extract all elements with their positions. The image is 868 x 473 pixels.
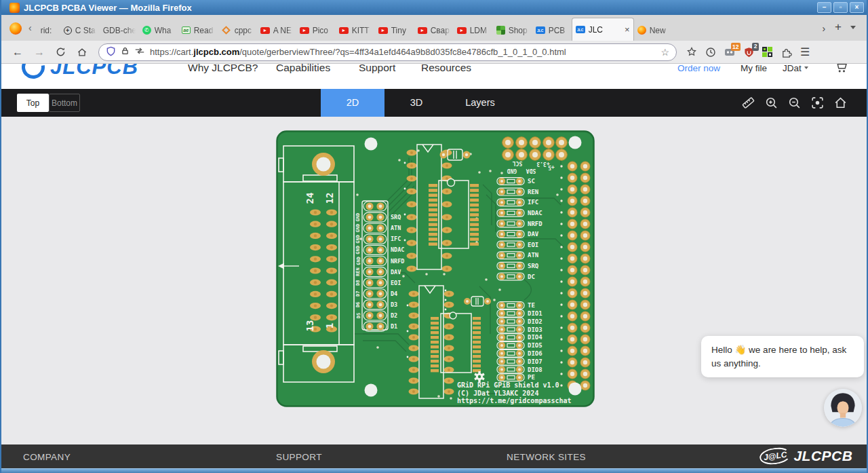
tab-label: A NE [273,26,293,35]
svg-text:D3: D3 [391,301,397,308]
window-title: JLCPCB PCBA Viewer — Mozilla Firefox [24,3,815,13]
zoom-out-icon[interactable] [787,96,802,110]
scroll-tabs-right-button[interactable]: › [822,23,825,34]
home-view-icon[interactable] [833,96,848,110]
permissions-icon[interactable] [134,47,145,57]
home-button[interactable] [77,47,87,58]
nav-resources[interactable]: Resources [421,64,471,74]
minimize-button[interactable]: – [817,2,831,13]
tab-cppc[interactable]: cppc [218,20,257,41]
cart-icon[interactable] [834,64,848,76]
scroll-tabs-left-button[interactable]: ‹ [28,22,32,33]
nav-why-jlcpcb[interactable]: Why JLCPCB? [188,64,258,74]
url-bar[interactable]: https://cart.jlcpcb.com/quote/gerberview… [98,43,677,61]
svg-text:GND: GND [507,168,517,174]
jlcpcb-logo[interactable]: JLCPCB [50,64,138,79]
support-agent-avatar[interactable] [824,389,862,427]
new-tab-button[interactable]: + [835,20,842,34]
tab-label: Pico [313,26,332,35]
firefox-icon [9,22,22,35]
nav-support[interactable]: Support [359,64,395,74]
tab-2d[interactable]: 2D [321,89,384,117]
tab-3d[interactable]: 3D [384,89,448,117]
window-bottom-border [1,468,867,473]
tab-new[interactable]: New [634,20,673,41]
user-menu[interactable]: JDat [783,64,808,73]
pocket-save-icon[interactable] [686,47,697,58]
chat-bubble[interactable]: Hello 👋 we are here to help, ask us anyt… [701,336,864,377]
svg-text:DAV: DAV [391,269,401,276]
titlebar: JLCPCB PCBA Viewer — Mozilla Firefox – ▫… [1,0,867,15]
history-clock-icon[interactable] [705,47,716,58]
tracking-protection-shield-icon[interactable] [106,46,116,58]
svg-text:TE: TE [528,302,535,309]
tab-jlc[interactable]: JLCJLC× [572,18,634,41]
tab-label: GDB-che [103,26,136,35]
svg-text:DIO8: DIO8 [528,366,542,373]
tab-label: Read [194,26,214,35]
forward-button[interactable]: → [34,47,45,58]
grid-extension-icon[interactable] [762,47,772,57]
tab-close-icon[interactable]: × [625,24,630,35]
gerber-viewer-canvas[interactable]: 2412131SRQGNDATNGNDIFCGNDNDACGNDNRFDGNDD… [1,117,867,444]
tampermonkey-extension-icon[interactable]: 12 [724,47,736,57]
back-button[interactable]: ← [12,47,23,58]
footer-company-heading: COMPANY [23,452,71,462]
svg-text:NDAC: NDAC [528,210,542,216]
tab-read[interactable]: aeRead [178,20,218,41]
svg-text:ATN: ATN [391,225,401,231]
zoom-fit-icon[interactable] [810,96,825,110]
jlcpcb-logo-mark [17,64,49,83]
url-text: https://cart.jlcpcb.com/quote/gerberview… [150,47,656,57]
svg-text:D4: D4 [391,290,397,297]
svg-text:IFC: IFC [391,235,401,242]
tab-layers[interactable]: Layers [448,89,512,117]
tab-shop[interactable]: Shop [493,20,532,41]
tab-gdb-che[interactable]: GDB-che [100,20,139,41]
shop-tab-icon [496,26,505,35]
svg-text:GND: GND [356,235,361,244]
tab-c-sta[interactable]: +C Sta [60,20,100,41]
lock-icon[interactable] [121,46,130,58]
pcb-board-render: 2412131SRQGNDATNGNDIFCGNDNDACGNDNRFDGNDD… [276,130,595,407]
nav-capabilities[interactable]: Capabilities [276,64,330,74]
site-header: JLCPCB Why JLCPCB? Capabilities Support … [1,64,867,89]
ublock-extension-icon[interactable]: 2 [744,47,754,58]
svg-text:GND: GND [356,224,361,233]
youtube-tab-icon: ▸ [300,27,309,34]
tab-pico[interactable]: ▸Pico [296,20,336,41]
jlc-tab-icon: JLC [536,26,545,34]
tab-label: C Sta [75,26,96,35]
zoom-in-icon[interactable] [764,96,778,110]
svg-text:GND: GND [356,257,361,265]
order-now-link[interactable]: Order now [677,64,720,73]
close-button[interactable]: × [850,2,864,13]
menu-hamburger-icon[interactable]: ☰ [800,45,810,58]
tab-wha[interactable]: ✆Wha [139,20,178,41]
reload-button[interactable] [56,47,66,57]
bottom-side-button[interactable]: Bottom [49,94,80,112]
tab-kitt[interactable]: ▸KITT [336,20,375,41]
maximize-button[interactable]: ▫ [833,2,848,13]
bookmark-star-icon[interactable]: ☆ [660,47,669,58]
measure-ruler-icon[interactable] [741,96,755,110]
tab-pcb[interactable]: JLCPCB [532,20,572,41]
svg-text:SC: SC [528,178,535,185]
my-file-link[interactable]: My file [741,64,767,73]
extension-badge: 12 [731,43,741,51]
footer-network-sites-heading: NETWORK SITES [507,452,586,462]
tab-ldm[interactable]: ▸LDM [454,20,493,41]
tab-a-ne[interactable]: ▸A NE [257,20,296,41]
svg-text:DIO2: DIO2 [528,318,542,325]
tab-rid-[interactable]: rid: [37,20,60,41]
extensions-puzzle-icon[interactable] [781,46,792,58]
page-footer: COMPANY SUPPORT NETWORK SITES J@LC JLCPC… [1,444,867,468]
top-side-button[interactable]: Top [17,94,49,112]
list-all-tabs-button[interactable] [850,26,856,32]
tab-свар[interactable]: ▸Свар [414,20,454,41]
tab-tiny[interactable]: ▸Tiny [375,20,414,41]
tab-list: rid:+C StaGDB-che✆WhaaeReadcppc▸A NE▸Pic… [37,15,673,41]
svg-text:+3.3: +3.3 [536,161,549,167]
svg-text:EOI: EOI [391,280,401,286]
extension-badge: 2 [752,43,759,51]
